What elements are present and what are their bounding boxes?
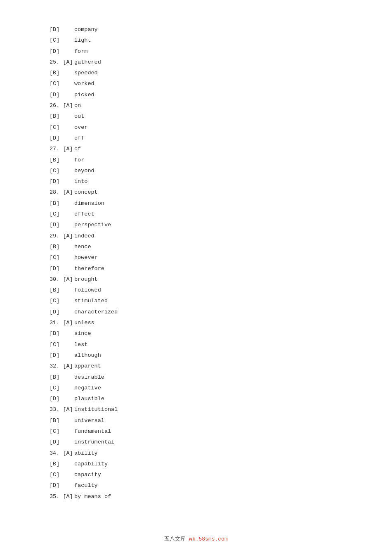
item-text: instrumental: [74, 437, 114, 447]
item-text: fundamental: [74, 427, 111, 436]
item-label: [B]: [50, 199, 74, 209]
item-label: [D]: [50, 177, 74, 187]
item-text: on: [74, 101, 81, 111]
item-text: dimension: [74, 199, 104, 209]
list-item: [D]form: [50, 47, 351, 57]
item-text: concept: [74, 187, 98, 197]
footer: 五八文库 wk.58sms.com: [0, 535, 392, 543]
item-label: [D]: [50, 47, 74, 57]
item-label: [C]: [50, 296, 74, 306]
list-item: [B]since: [50, 329, 351, 339]
item-label: [D]: [50, 351, 74, 361]
item-label: [D]: [50, 220, 74, 230]
list-item: 30. [A]brought: [50, 275, 351, 285]
item-label: [D]: [50, 307, 74, 317]
list-item: [B]for: [50, 155, 351, 165]
item-label: [D]: [50, 90, 74, 100]
item-label: [D]: [50, 481, 74, 491]
item-text: over: [74, 123, 87, 133]
item-text: worked: [74, 79, 94, 89]
item-text: effect: [74, 209, 94, 219]
item-label: [C]: [50, 470, 74, 480]
list-item: 32. [A]apparent: [50, 361, 351, 371]
list-item: [D]picked: [50, 90, 351, 100]
list-item: [D]therefore: [50, 264, 351, 274]
item-label: [D]: [50, 133, 74, 143]
item-label: [C]: [50, 253, 74, 263]
list-item: [B]company: [50, 25, 351, 35]
list-item: [C]lest: [50, 340, 351, 350]
list-item: 31. [A]unless: [50, 318, 351, 328]
list-item: 34. [A]ability: [50, 448, 351, 458]
item-label: [D]: [50, 394, 74, 404]
list-item: [C]fundamental: [50, 427, 351, 436]
item-text: unless: [74, 318, 94, 328]
item-label: [B]: [50, 416, 74, 426]
list-item: [B]universal: [50, 416, 351, 426]
item-label: [B]: [50, 25, 74, 35]
list-item: 29. [A]indeed: [50, 231, 351, 241]
item-text: lest: [74, 340, 87, 350]
item-text: gathered: [74, 57, 101, 67]
list-item: [D]faculty: [50, 481, 351, 491]
item-text: ability: [74, 448, 98, 458]
list-item: [B]followed: [50, 285, 351, 295]
list-item: [C]effect: [50, 209, 351, 219]
item-label: [C]: [50, 123, 74, 133]
list-item: [C]over: [50, 123, 351, 133]
list-item: [B]capability: [50, 459, 351, 469]
item-text: beyond: [74, 166, 94, 176]
list-item: [D]off: [50, 133, 351, 143]
item-text: speeded: [74, 68, 98, 78]
item-label: [C]: [50, 79, 74, 89]
list-item: [C]negative: [50, 383, 351, 393]
item-text: therefore: [74, 264, 104, 274]
item-text: although: [74, 351, 101, 361]
item-label: 25. [A]: [50, 57, 74, 67]
item-text: capacity: [74, 470, 101, 480]
item-text: faculty: [74, 481, 98, 491]
list-item: 27. [A]of: [50, 144, 351, 154]
list-item: [D]plausible: [50, 394, 351, 404]
list-item: [D]perspective: [50, 220, 351, 230]
item-label: [C]: [50, 427, 74, 436]
item-label: 30. [A]: [50, 275, 74, 285]
item-text: company: [74, 25, 98, 35]
item-text: since: [74, 329, 91, 339]
item-text: of: [74, 144, 81, 154]
item-label: [D]: [50, 264, 74, 274]
item-label: [B]: [50, 242, 74, 252]
item-text: by means of: [74, 492, 111, 502]
list-item: [B]dimension: [50, 199, 351, 209]
list-item: [B]hence: [50, 242, 351, 252]
item-text: indeed: [74, 231, 94, 241]
list-item: [C]worked: [50, 79, 351, 89]
item-label: [B]: [50, 459, 74, 469]
item-text: apparent: [74, 361, 101, 371]
item-label: [B]: [50, 68, 74, 78]
item-text: negative: [74, 383, 101, 393]
item-text: form: [74, 47, 87, 57]
item-text: brought: [74, 275, 98, 285]
list-item: [C]however: [50, 253, 351, 263]
list-item: [C]capacity: [50, 470, 351, 480]
item-text: stimulated: [74, 296, 108, 306]
item-text: institutional: [74, 405, 118, 415]
item-text: into: [74, 177, 87, 187]
item-text: characterized: [74, 307, 118, 317]
item-text: capability: [74, 459, 108, 469]
list-item: [B]out: [50, 111, 351, 121]
item-label: 32. [A]: [50, 361, 74, 371]
item-label: [C]: [50, 166, 74, 176]
main-content: [B]company[C]light[D]form25. [A]gathered…: [0, 0, 392, 536]
list-item: [B]speeded: [50, 68, 351, 78]
item-text: desirable: [74, 372, 104, 382]
item-text: out: [74, 111, 84, 121]
item-label: [C]: [50, 36, 74, 45]
list-item: [D]although: [50, 351, 351, 361]
list-item: 25. [A]gathered: [50, 57, 351, 67]
list-item: [B]desirable: [50, 372, 351, 382]
list-item: [C]stimulated: [50, 296, 351, 306]
list-item: [D]into: [50, 177, 351, 187]
item-label: 27. [A]: [50, 144, 74, 154]
